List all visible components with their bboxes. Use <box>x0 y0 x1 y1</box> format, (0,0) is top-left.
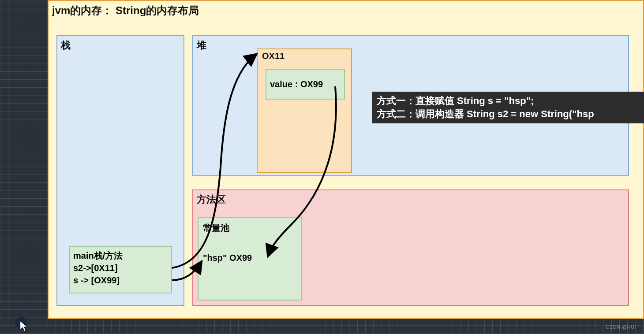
watermark: CSDN @HU! <box>606 324 636 330</box>
heap-object-ox11 <box>257 48 352 173</box>
heap-object-value-field: value : OX99 <box>266 69 345 100</box>
constant-pool: 常量池 "hsp" OX99 <box>198 217 302 301</box>
constant-pool-entry: "hsp" OX99 <box>203 253 252 263</box>
main-frame-s2: s2->[0X11] <box>73 262 168 274</box>
panel-title: jvm的内存： String的内存布局 <box>52 4 199 18</box>
main-frame-s: s -> [OX99] <box>73 274 168 286</box>
main-stack-frame: main栈/方法 s2->[0X11] s -> [OX99] <box>69 246 172 293</box>
heap-label: 堆 <box>197 39 206 52</box>
annotation-line2: 方式二：调用构造器 String s2 = new String("hsp <box>377 108 640 121</box>
main-frame-title: main栈/方法 <box>73 249 168 262</box>
heap-object-addr: OX11 <box>262 51 285 61</box>
method-area-label: 方法区 <box>197 193 226 206</box>
annotation-line1: 方式一：直接赋值 String s = "hsp"; <box>377 94 640 108</box>
constant-pool-label: 常量池 <box>203 222 229 234</box>
annotation-box: 方式一：直接赋值 String s = "hsp"; 方式二：调用构造器 Str… <box>372 92 644 123</box>
stack-label: 栈 <box>61 39 71 52</box>
